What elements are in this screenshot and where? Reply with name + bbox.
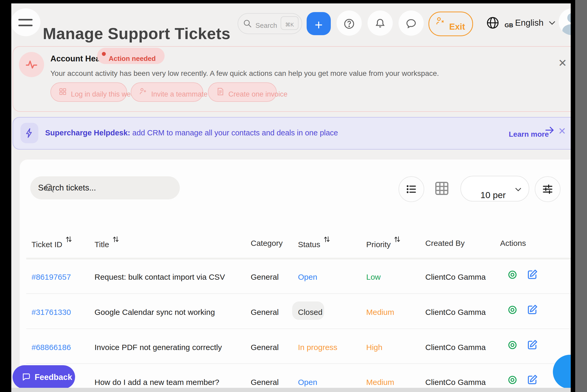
view-ticket-button[interactable] bbox=[507, 339, 518, 353]
column-created-by: Created By bbox=[425, 239, 465, 248]
screen-frame-right bbox=[571, 0, 575, 392]
dashboard-icon bbox=[58, 87, 67, 96]
eye-icon bbox=[507, 374, 518, 386]
divider bbox=[26, 329, 572, 329]
invite-teammate-button[interactable]: Invite a teammate bbox=[131, 82, 203, 102]
divider bbox=[26, 293, 572, 294]
ticket-status: Open bbox=[298, 273, 317, 282]
add-button[interactable]: + bbox=[307, 12, 331, 35]
promo-text: Supercharge Helpdesk: add CRM to manage … bbox=[45, 129, 338, 137]
chevron-down-icon[interactable] bbox=[547, 17, 558, 28]
ticket-created-by: ClientCo Gamma bbox=[425, 343, 486, 352]
column-actions: Actions bbox=[500, 239, 526, 248]
login-daily-button[interactable]: Log in daily this week bbox=[50, 82, 127, 102]
alert-dot-icon bbox=[102, 52, 106, 56]
sort-icon[interactable] bbox=[65, 235, 73, 243]
arrow-right-icon bbox=[544, 124, 555, 136]
sort-icon[interactable] bbox=[112, 235, 120, 243]
ticket-id-link[interactable]: #68866186 bbox=[32, 343, 71, 352]
grid-view-button[interactable] bbox=[433, 180, 450, 197]
filters-button[interactable] bbox=[535, 176, 560, 202]
ticket-category: General bbox=[251, 378, 279, 387]
account-health-banner: Account Health Action needed Your accoun… bbox=[13, 46, 579, 112]
ticket-title: Invoice PDF not generating correctly bbox=[95, 343, 222, 352]
invoice-icon bbox=[216, 87, 225, 96]
column-priority[interactable]: Priority bbox=[366, 239, 399, 249]
edit-ticket-button[interactable] bbox=[526, 304, 538, 317]
sliders-icon bbox=[541, 183, 554, 195]
global-search-placeholder: Search bbox=[255, 22, 277, 30]
list-view-icon bbox=[405, 183, 417, 195]
view-ticket-button[interactable] bbox=[507, 269, 518, 282]
ticket-category: General bbox=[251, 308, 279, 317]
list-view-button[interactable] bbox=[399, 176, 424, 202]
ticket-id-link[interactable]: #31761330 bbox=[32, 308, 71, 317]
promo-close-icon[interactable]: ✕ bbox=[558, 126, 566, 136]
ticket-category: General bbox=[251, 343, 279, 352]
language-selector[interactable]: English bbox=[515, 18, 543, 28]
edit-icon bbox=[526, 339, 538, 351]
ticket-title: Request: bulk contact import via CSV bbox=[95, 273, 225, 282]
feedback-button[interactable]: Feedback bbox=[13, 365, 75, 389]
bell-icon bbox=[374, 18, 386, 30]
edit-ticket-button[interactable] bbox=[526, 339, 538, 353]
per-page-select[interactable]: 10 per bbox=[460, 176, 529, 202]
global-search-button[interactable]: Search ⌘K bbox=[238, 13, 302, 34]
search-icon bbox=[243, 19, 252, 28]
edit-ticket-button[interactable] bbox=[526, 268, 538, 282]
ticket-priority: Medium bbox=[366, 378, 394, 387]
pulse-icon bbox=[19, 52, 44, 77]
table-row: #31761330 Google Calendar sync not worki… bbox=[26, 295, 572, 330]
divider bbox=[26, 363, 572, 364]
feedback-chat-icon bbox=[20, 372, 32, 383]
ticket-created-by: ClientCo Gamma bbox=[425, 378, 486, 387]
ticket-priority: High bbox=[366, 343, 382, 352]
ticket-id-link[interactable]: #86197657 bbox=[32, 273, 71, 282]
hamburger-icon bbox=[18, 19, 33, 20]
close-icon[interactable]: ✕ bbox=[558, 58, 567, 68]
messages-button[interactable] bbox=[399, 10, 424, 36]
column-category: Category bbox=[251, 239, 283, 248]
edit-icon bbox=[526, 268, 538, 280]
column-status[interactable]: Status bbox=[298, 239, 328, 249]
divider bbox=[26, 258, 572, 259]
ticket-title: Google Calendar sync not working bbox=[95, 308, 215, 317]
ticket-priority: Low bbox=[366, 273, 381, 282]
per-page-chevron-icon bbox=[513, 184, 523, 195]
user-x-icon bbox=[435, 16, 446, 27]
eye-icon bbox=[507, 269, 518, 280]
ticket-category: General bbox=[251, 273, 279, 282]
edit-ticket-button[interactable] bbox=[526, 374, 538, 388]
notifications-button[interactable] bbox=[368, 10, 393, 36]
per-page-value: 10 per bbox=[480, 190, 506, 200]
create-invoice-button[interactable]: Create one invoice bbox=[208, 82, 277, 102]
lightning-icon bbox=[20, 123, 38, 143]
question-icon bbox=[343, 18, 355, 30]
hamburger-menu-button[interactable] bbox=[11, 8, 40, 36]
tickets-search-field[interactable] bbox=[30, 176, 180, 199]
ticket-priority: Medium bbox=[366, 308, 394, 317]
view-ticket-button[interactable] bbox=[507, 304, 518, 317]
ticket-status: Open bbox=[298, 378, 317, 387]
action-needed-badge: Action needed bbox=[97, 48, 165, 64]
learn-more-link[interactable]: Learn more bbox=[509, 130, 549, 139]
sort-icon[interactable] bbox=[393, 235, 401, 243]
globe-icon bbox=[486, 16, 500, 30]
table-header: Ticket ID Title Category Status Priority… bbox=[26, 231, 572, 258]
plus-icon: + bbox=[315, 17, 323, 33]
help-button[interactable] bbox=[337, 10, 362, 36]
tickets-search-input[interactable] bbox=[30, 176, 188, 199]
ticket-title: How do I add a new team member? bbox=[95, 378, 219, 387]
promo-banner: Supercharge Helpdesk: add CRM to manage … bbox=[13, 117, 579, 150]
view-ticket-button[interactable] bbox=[507, 374, 518, 388]
ticket-status: In progress bbox=[298, 343, 337, 352]
exit-label: Exit bbox=[449, 22, 465, 32]
column-title[interactable]: Title bbox=[95, 239, 117, 249]
edit-icon bbox=[526, 374, 538, 386]
chat-bubble-icon bbox=[405, 18, 417, 30]
column-ticket-id[interactable]: Ticket ID bbox=[32, 239, 70, 249]
exit-button[interactable]: Exit bbox=[428, 12, 473, 36]
account-health-description: Your account activity has been very low … bbox=[50, 69, 439, 78]
ticket-created-by: ClientCo Gamma bbox=[425, 273, 486, 282]
sort-icon[interactable] bbox=[323, 235, 331, 243]
